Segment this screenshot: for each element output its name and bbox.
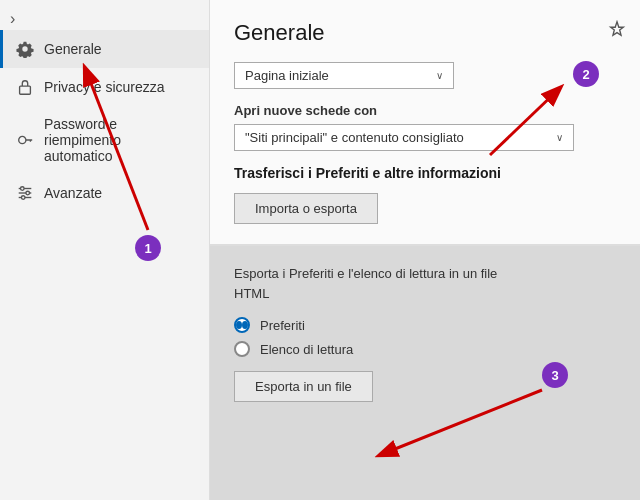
transfer-title: Trasferisci i Preferiti e altre informaz… — [234, 165, 616, 181]
key-icon — [16, 131, 34, 149]
gear-icon — [16, 40, 34, 58]
sliders-icon — [16, 184, 34, 202]
expand-icon[interactable]: › — [10, 10, 15, 28]
startup-value: Pagina iniziale — [245, 68, 329, 83]
svg-point-5 — [21, 187, 25, 191]
startup-dropdown[interactable]: Pagina iniziale ∨ — [234, 62, 454, 89]
main-content: Generale Pagina iniziale ∨ Apri nuove sc… — [210, 0, 640, 500]
radio-elenco[interactable]: Elenco di lettura — [234, 341, 616, 357]
new-tab-value: "Siti principali" e contenuto consigliat… — [245, 130, 464, 145]
new-tab-dropdown[interactable]: "Siti principali" e contenuto consigliat… — [234, 124, 574, 151]
pin-icon[interactable] — [608, 20, 626, 42]
radio-preferiti-label: Preferiti — [260, 318, 305, 333]
new-tab-label: Apri nuove schede con — [234, 103, 616, 118]
radio-elenco-indicator — [234, 341, 250, 357]
sidebar-label-privacy: Privacy e sicurezza — [44, 79, 165, 95]
sidebar-item-password[interactable]: Password e riempimento automatico — [0, 106, 209, 174]
radio-group: Preferiti Elenco di lettura — [234, 317, 616, 357]
sidebar: › Generale Privacy e sicurezza Password … — [0, 0, 210, 500]
sidebar-label-password: Password e riempimento automatico — [44, 116, 193, 164]
radio-elenco-label: Elenco di lettura — [260, 342, 353, 357]
lock-icon — [16, 78, 34, 96]
svg-point-7 — [21, 196, 25, 200]
radio-preferiti[interactable]: Preferiti — [234, 317, 616, 333]
sidebar-item-privacy[interactable]: Privacy e sicurezza — [0, 68, 209, 106]
export-description: Esporta i Preferiti e l'elenco di lettur… — [234, 264, 616, 303]
radio-preferiti-indicator — [234, 317, 250, 333]
new-tab-arrow: ∨ — [556, 132, 563, 143]
export-button[interactable]: Esporta in un file — [234, 371, 373, 402]
sidebar-item-generale[interactable]: Generale — [0, 30, 209, 68]
svg-point-6 — [26, 191, 30, 195]
page-title: Generale — [234, 20, 616, 46]
import-export-button[interactable]: Importa o esporta — [234, 193, 378, 224]
sidebar-item-avanzate[interactable]: Avanzate — [0, 174, 209, 212]
sidebar-label-generale: Generale — [44, 41, 102, 57]
startup-arrow: ∨ — [436, 70, 443, 81]
svg-rect-0 — [20, 86, 31, 94]
sidebar-label-avanzate: Avanzate — [44, 185, 102, 201]
bottom-panel: Esporta i Preferiti e l'elenco di lettur… — [210, 246, 640, 500]
svg-point-1 — [19, 136, 26, 143]
top-panel: Generale Pagina iniziale ∨ Apri nuove sc… — [210, 0, 640, 246]
